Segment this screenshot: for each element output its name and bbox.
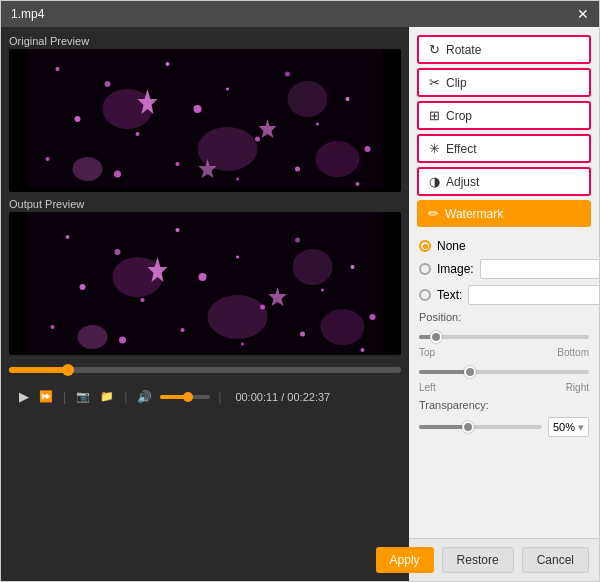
- svg-point-14: [114, 171, 121, 178]
- horizontal-slider-ends: Left Right: [419, 382, 589, 393]
- transparency-dropdown-arrow[interactable]: ▾: [578, 421, 584, 434]
- crop-icon: ⊞: [429, 108, 440, 123]
- vertical-slider-thumb[interactable]: [430, 331, 442, 343]
- progress-bar[interactable]: [9, 367, 401, 373]
- image-input-row: …: [480, 259, 599, 279]
- controls-bar: ▶ ⏩ | 📷 📁 | 🔊 | 00:00:11 / 00:22:37: [9, 385, 401, 408]
- svg-point-31: [236, 256, 239, 259]
- svg-point-11: [316, 123, 319, 126]
- transparency-label: Transparency:: [419, 399, 589, 411]
- text-input-row: T ▦: [468, 285, 599, 305]
- effect-label: Effect: [446, 142, 476, 156]
- image-radio[interactable]: [419, 263, 431, 275]
- horizontal-slider-thumb[interactable]: [464, 366, 476, 378]
- svg-point-6: [346, 97, 350, 101]
- horizontal-slider-container[interactable]: [419, 364, 589, 380]
- svg-point-30: [176, 228, 180, 232]
- transparency-value-container: 50% ▾: [548, 417, 589, 437]
- svg-point-7: [75, 116, 81, 122]
- rotate-button[interactable]: ↻ Rotate: [417, 35, 591, 64]
- svg-point-2: [105, 81, 111, 87]
- svg-point-44: [300, 332, 305, 337]
- svg-point-4: [226, 88, 229, 91]
- close-button[interactable]: ✕: [577, 6, 589, 22]
- svg-point-38: [321, 289, 324, 292]
- original-preview-label: Original Preview: [9, 35, 401, 47]
- main-window: 1.mp4 ✕ Original Preview: [0, 0, 600, 582]
- watermark-panel: None Image: … Text:: [409, 231, 599, 538]
- crop-label: Crop: [446, 109, 472, 123]
- text-input[interactable]: [468, 285, 599, 305]
- adjust-button[interactable]: ◑ Adjust: [417, 167, 591, 196]
- svg-point-17: [295, 167, 300, 172]
- text-option-label: Text:: [437, 288, 462, 302]
- svg-point-36: [199, 273, 207, 281]
- folder-button[interactable]: 📁: [98, 390, 116, 403]
- play-button[interactable]: ▶: [17, 389, 31, 404]
- svg-point-47: [208, 295, 268, 339]
- original-video-frame: [9, 49, 401, 189]
- none-option[interactable]: None: [419, 239, 589, 253]
- svg-point-49: [78, 325, 108, 349]
- clip-button[interactable]: ✂ Clip: [417, 68, 591, 97]
- output-preview: [9, 212, 401, 355]
- svg-point-21: [288, 81, 328, 117]
- transparency-value: 50%: [553, 421, 575, 433]
- svg-point-32: [295, 238, 300, 243]
- separator-2: |: [124, 390, 127, 404]
- volume-slider[interactable]: [160, 395, 210, 399]
- text-radio[interactable]: [419, 289, 431, 301]
- crop-button[interactable]: ⊞ Crop: [417, 101, 591, 130]
- svg-point-50: [321, 309, 365, 345]
- rotate-icon: ↻: [429, 42, 440, 57]
- footer-buttons: Apply Restore Cancel: [409, 538, 599, 581]
- svg-point-41: [119, 337, 126, 344]
- svg-point-35: [141, 298, 145, 302]
- fast-forward-button[interactable]: ⏩: [37, 390, 55, 403]
- vertical-slider-container[interactable]: [419, 329, 589, 345]
- svg-point-34: [80, 284, 86, 290]
- transparency-slider-track: [419, 425, 542, 429]
- none-label: None: [437, 239, 466, 253]
- right-panel: ↻ Rotate ✂ Clip ⊞ Crop ✳ Effect ◑ Adju: [409, 27, 599, 581]
- cancel-button[interactable]: Cancel: [522, 547, 589, 573]
- image-input[interactable]: [480, 259, 599, 279]
- transparency-slider-fill: [419, 425, 468, 429]
- transparency-slider-container[interactable]: [419, 419, 542, 435]
- time-display: 00:00:11 / 00:22:37: [235, 391, 330, 403]
- left-panel: Original Preview: [1, 27, 409, 581]
- window-title: 1.mp4: [11, 7, 44, 21]
- svg-point-18: [356, 182, 360, 186]
- svg-point-33: [351, 265, 355, 269]
- original-preview: [9, 49, 401, 192]
- watermark-label: Watermark: [445, 207, 503, 221]
- watermark-button[interactable]: ✏ Watermark: [417, 200, 591, 227]
- svg-point-5: [285, 72, 290, 77]
- svg-point-39: [370, 314, 376, 320]
- svg-point-12: [365, 146, 371, 152]
- svg-point-29: [115, 249, 121, 255]
- horizontal-slider-fill: [419, 370, 470, 374]
- title-bar: 1.mp4 ✕: [1, 1, 599, 27]
- output-preview-section: Output Preview: [9, 198, 401, 355]
- vertical-slider-ends: Top Bottom: [419, 347, 589, 358]
- apply-button[interactable]: Apply: [376, 547, 434, 573]
- right-label: Right: [566, 382, 589, 393]
- svg-point-23: [316, 141, 360, 177]
- svg-point-9: [194, 105, 202, 113]
- svg-point-15: [176, 162, 180, 166]
- transparency-slider-thumb[interactable]: [462, 421, 474, 433]
- output-preview-label: Output Preview: [9, 198, 401, 210]
- restore-button[interactable]: Restore: [442, 547, 514, 573]
- transparency-row: 50% ▾: [419, 417, 589, 437]
- volume-button[interactable]: 🔊: [135, 390, 154, 404]
- none-radio[interactable]: [419, 240, 431, 252]
- progress-section: [9, 361, 401, 379]
- svg-point-40: [51, 325, 55, 329]
- horizontal-slider-section: Left Right: [419, 364, 589, 393]
- effect-button[interactable]: ✳ Effect: [417, 134, 591, 163]
- svg-point-28: [66, 235, 70, 239]
- snapshot-button[interactable]: 📷: [74, 390, 92, 403]
- clip-label: Clip: [446, 76, 467, 90]
- adjust-icon: ◑: [429, 174, 440, 189]
